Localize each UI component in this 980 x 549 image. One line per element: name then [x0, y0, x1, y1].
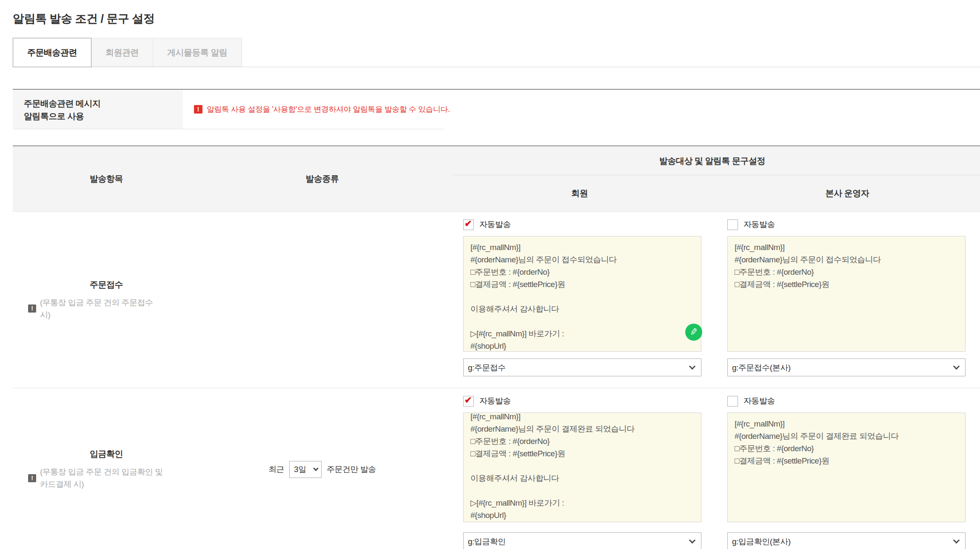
auto-send-checkbox[interactable] — [463, 396, 474, 407]
usage-section-label: 주문배송관련 메시지 알림톡으로 사용 — [13, 90, 183, 129]
recent-label: 최근 — [268, 464, 284, 475]
recent-days-select[interactable]: 3일 — [289, 461, 322, 478]
usage-warning: ! 알림톡 사용 설정을 '사용함'으로 변경하셔야 알림톡을 발송할 수 있습… — [183, 90, 980, 129]
admin-message-textarea[interactable]: [#{rc_mallNm}] #{orderName}님의 주문이 접수되었습니… — [727, 236, 966, 352]
table-row-payment-confirmed: 입금확인 ! (무통장 입금 주문 건의 입금확인 및 카드결제 시) 최근 3… — [13, 388, 980, 549]
settings-table: 발송항목 발송종류 발송대상 및 알림톡 문구설정 회원 본사 운영자 주문접수… — [13, 145, 980, 549]
auto-send-label: 자동발송 — [744, 219, 775, 230]
header-member-column: 회원 — [444, 175, 715, 211]
tab-order-shipping[interactable]: 주문배송관련 — [13, 38, 91, 67]
admin-message-cell: 자동발송 [#{rc_mallNm}] #{orderName}님의 주문이 결… — [715, 388, 980, 549]
send-type-cell — [200, 212, 444, 388]
item-note: ! (무통장 입금 주문 건의 입금확인 및 카드결제 시) — [28, 466, 198, 490]
member-template-select[interactable]: g:주문접수 — [463, 358, 701, 376]
alimtalk-settings-page: 알림톡 발송 조건 / 문구 설정 주문배송관련 회원관련 게시물등록 알림 주… — [13, 11, 980, 549]
member-message-cell: 자동발송 [#{rc_mallNm}] #{orderName}님의 주문이 결… — [444, 388, 715, 549]
pen-icon: ✎ — [689, 326, 698, 338]
item-cell: 입금확인 ! (무통장 입금 주문 건의 입금확인 및 카드결제 시) — [13, 388, 200, 549]
member-message-textarea[interactable]: [#{rc_mallNm}] #{orderName}님의 주문이 접수되었습니… — [463, 236, 701, 352]
edit-pen-badge[interactable]: ✎ — [685, 324, 702, 341]
admin-template-select[interactable]: g:입금확인(본사) — [727, 532, 966, 549]
auto-send-label: 자동발송 — [479, 219, 511, 230]
member-message-cell: 자동발송 [#{rc_mallNm}] #{orderName}님의 주문이 접… — [444, 212, 715, 388]
header-send-type: 발송종류 — [200, 146, 444, 211]
tab-member[interactable]: 회원관련 — [91, 38, 153, 67]
admin-message-cell: 자동발송 [#{rc_mallNm}] #{orderName}님의 주문이 접… — [715, 212, 980, 388]
item-note-text: (무통장 입금 주문 건의 입금확인 및 카드결제 시) — [40, 466, 163, 490]
item-note: ! (무통장 입금 주문 건의 주문접수 시) — [28, 296, 198, 321]
item-title: 입금확인 — [13, 448, 200, 460]
table-header: 발송항목 발송종류 발송대상 및 알림톡 문구설정 회원 본사 운영자 — [13, 146, 980, 212]
send-type-cell: 최근 3일 주문건만 발송 — [200, 388, 444, 549]
header-send-item: 발송항목 — [13, 146, 200, 211]
warning-icon: ! — [194, 105, 202, 114]
item-note-text: (무통장 입금 주문 건의 주문접수 시) — [40, 296, 153, 321]
table-row-order-received: 주문접수 ! (무통장 입금 주문 건의 주문접수 시) 자동발송 [#{rc_… — [13, 212, 980, 388]
auto-send-checkbox[interactable] — [727, 219, 738, 230]
usage-section-divider — [13, 129, 444, 129]
info-icon: ! — [28, 304, 36, 313]
auto-send-label: 자동발송 — [744, 395, 775, 407]
member-template-select[interactable]: g:입금확인 — [463, 532, 701, 549]
page-title: 알림톡 발송 조건 / 문구 설정 — [13, 11, 980, 26]
auto-send-checkbox[interactable] — [727, 396, 738, 407]
orders-only-label: 주문건만 발송 — [327, 464, 376, 475]
warning-text: 알림톡 사용 설정을 '사용함'으로 변경하셔야 알림톡을 발송할 수 있습니다… — [207, 104, 450, 114]
usage-section: 주문배송관련 메시지 알림톡으로 사용 ! 알림톡 사용 설정을 '사용함'으로… — [13, 89, 980, 129]
member-message-textarea[interactable]: [#{rc_mallNm}] #{orderName}님의 주문이 결제완료 되… — [463, 412, 701, 522]
header-target-group: 발송대상 및 알림톡 문구설정 — [444, 146, 980, 175]
auto-send-checkbox[interactable] — [463, 219, 474, 230]
auto-send-label: 자동발송 — [479, 395, 511, 407]
admin-template-select[interactable]: g:주문접수(본사) — [727, 358, 966, 376]
admin-message-textarea[interactable]: [#{rc_mallNm}] #{orderName}님의 주문이 결제완료 되… — [727, 412, 966, 522]
tab-bar: 주문배송관련 회원관련 게시물등록 알림 — [13, 38, 980, 67]
info-icon: ! — [28, 474, 36, 482]
item-cell: 주문접수 ! (무통장 입금 주문 건의 주문접수 시) — [13, 212, 200, 388]
item-title: 주문접수 — [13, 279, 200, 290]
tab-post-notice[interactable]: 게시물등록 알림 — [153, 38, 242, 67]
header-admin-column: 본사 운영자 — [715, 175, 980, 211]
